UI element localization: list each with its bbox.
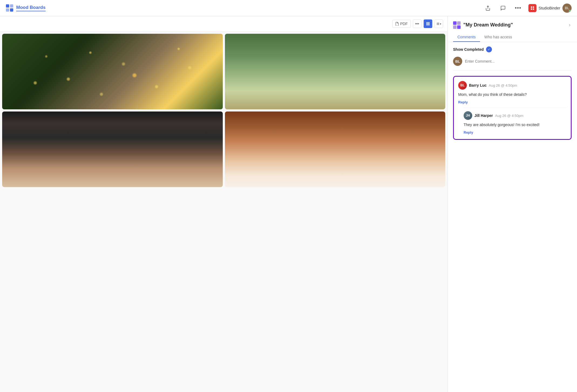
- svg-rect-0: [531, 6, 532, 8]
- share-button[interactable]: [483, 3, 493, 13]
- show-completed-toggle[interactable]: ✓: [486, 46, 492, 52]
- comment-header-jill: JH Jill Harper Aug 26 @ 4:50pm: [464, 111, 566, 120]
- show-completed-label: Show Completed: [453, 47, 484, 52]
- panel-close-chevron[interactable]: ›: [568, 21, 572, 29]
- svg-rect-7: [428, 24, 429, 25]
- image-lights: [2, 34, 223, 109]
- comment-header-barry: BL Barry Luc Aug 26 @ 4:50pm: [458, 81, 566, 90]
- svg-rect-5: [428, 22, 429, 23]
- reply-button-barry[interactable]: Reply: [458, 100, 468, 104]
- more-options-button[interactable]: •••: [413, 19, 421, 28]
- comments-icon: [500, 5, 506, 11]
- comment-author-jill: Jill Harper: [474, 113, 493, 118]
- grid-image-invitation: [225, 111, 446, 187]
- panel-title: "My Dream Wedding": [463, 22, 513, 28]
- comments-button[interactable]: [498, 3, 508, 13]
- panel-header: "My Dream Wedding" › Comments Who has ac…: [448, 16, 577, 42]
- app-title: Mood Boards: [16, 5, 46, 11]
- svg-rect-6: [427, 24, 428, 25]
- logo-sq-4: [10, 8, 13, 12]
- pdf-button[interactable]: PDF: [392, 20, 411, 28]
- nested-comment-jill: JH Jill Harper Aug 26 @ 4:50pm They are …: [464, 108, 566, 135]
- avatar-barry: BL: [458, 81, 467, 90]
- moodboard-toolbar: PDF ••• ⊞ ▾: [0, 16, 447, 32]
- grid-icon: ⊞: [437, 22, 439, 26]
- comment-thread-highlighted: BL Barry Luc Aug 26 @ 4:50pm Mom, what d…: [453, 76, 572, 140]
- panel-body: Show Completed ✓ BL BL Barry Luc Aug 26 …: [448, 42, 577, 392]
- frame-icon: [426, 22, 430, 26]
- moodboard-panel: PDF ••• ⊞ ▾: [0, 16, 447, 392]
- user-area[interactable]: StudioBinder BL: [528, 4, 572, 13]
- panel-title-row: "My Dream Wedding" ›: [453, 21, 572, 29]
- logo-sq-2: [10, 4, 13, 8]
- brand-icon: [528, 4, 536, 12]
- svg-rect-2: [531, 8, 532, 10]
- grid-image-couple: [2, 111, 223, 187]
- comment-time-barry: Aug 26 @ 4:50pm: [489, 83, 517, 87]
- project-icon: [453, 21, 461, 29]
- svg-rect-1: [533, 6, 534, 8]
- svg-rect-3: [533, 8, 534, 10]
- share-icon: [485, 5, 491, 11]
- more-dots-icon: •••: [415, 22, 419, 26]
- avatar-status: [569, 10, 571, 12]
- logo-sq-3: [6, 8, 9, 12]
- avatar-jill: JH: [464, 111, 472, 120]
- studiobinder-logo-icon: [530, 6, 535, 10]
- logo-area: Mood Boards: [5, 4, 59, 12]
- more-icon: •••: [515, 5, 521, 11]
- image-figs: [225, 34, 446, 109]
- grid-view-button[interactable]: ⊞ ▾: [434, 19, 443, 28]
- dropdown-icon: ▾: [440, 22, 441, 25]
- tab-comments[interactable]: Comments: [453, 33, 480, 42]
- comment-text-jill: They are absolutely gorgeous! I'm so exc…: [464, 122, 566, 128]
- image-invitation: [225, 111, 446, 187]
- logo-sq-1: [6, 4, 9, 8]
- tab-access[interactable]: Who has access: [480, 33, 517, 42]
- top-bar: Mood Boards ••• Studio: [0, 0, 577, 16]
- top-bar-actions: ••• StudioBinder BL: [483, 3, 572, 13]
- image-couple: [2, 111, 223, 187]
- comment-input[interactable]: [465, 59, 572, 63]
- svg-rect-4: [427, 22, 428, 23]
- comments-panel: "My Dream Wedding" › Comments Who has ac…: [447, 16, 577, 392]
- more-button[interactable]: •••: [513, 3, 523, 13]
- comment-item-barry: BL Barry Luc Aug 26 @ 4:50pm Mom, what d…: [458, 81, 566, 135]
- grid-image-lights: [2, 34, 223, 109]
- current-user-avatar: BL: [453, 57, 462, 66]
- logo-icon: [5, 4, 14, 12]
- pdf-icon: [395, 22, 399, 26]
- show-completed-row: Show Completed ✓: [453, 46, 572, 52]
- main-content: PDF ••• ⊞ ▾: [0, 16, 577, 392]
- comment-text-barry: Mom, what do you think of these details?: [458, 92, 566, 97]
- comment-author-barry: Barry Luc: [469, 83, 487, 87]
- reply-button-jill[interactable]: Reply: [464, 130, 473, 134]
- panel-tabs: Comments Who has access: [453, 33, 572, 42]
- grid-image-figs: [225, 34, 446, 109]
- comment-time-jill: Aug 26 @ 4:50pm: [495, 114, 523, 118]
- comment-input-row: BL: [453, 57, 572, 70]
- user-name: StudioBinder: [539, 6, 560, 10]
- image-grid: [0, 32, 447, 189]
- select-view-button[interactable]: [424, 19, 432, 28]
- panel-title-left: "My Dream Wedding": [453, 21, 513, 29]
- user-avatar: BL: [562, 4, 572, 13]
